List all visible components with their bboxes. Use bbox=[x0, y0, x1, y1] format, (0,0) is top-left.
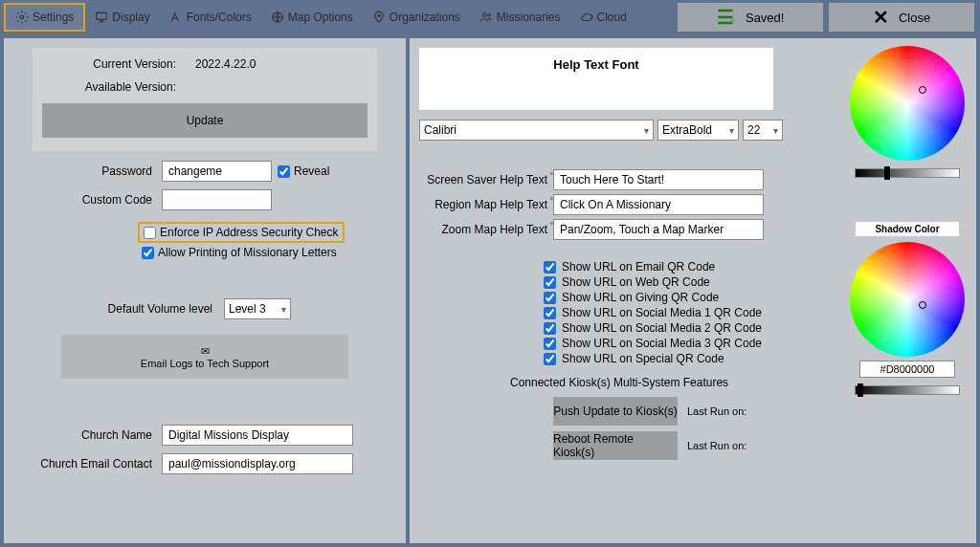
email-logs-button[interactable]: ✉ Email Logs to Tech Support bbox=[61, 335, 348, 379]
qr-sm1-checkbox[interactable] bbox=[544, 307, 556, 319]
church-email-label: Church Email Contact bbox=[13, 457, 162, 470]
volume-select[interactable]: Level 3▾ bbox=[224, 298, 291, 319]
chevron-down-icon: ▾ bbox=[281, 304, 286, 315]
left-panel: Current Version: 2022.4.22.0 Available V… bbox=[4, 38, 406, 543]
qr-sm2-checkbox[interactable] bbox=[544, 322, 556, 335]
password-label: Password bbox=[13, 164, 162, 178]
zoom-map-input[interactable] bbox=[553, 219, 764, 240]
current-version-value: 2022.4.22.0 bbox=[195, 57, 256, 71]
mail-icon: ✉ bbox=[201, 345, 210, 358]
reveal-label: Reveal bbox=[294, 164, 329, 178]
screen-saver-label: Screen Saver Help Text bbox=[419, 173, 553, 186]
allow-print-label: Allow Printing of Missionary Letters bbox=[158, 246, 337, 259]
allow-print-checkbox[interactable] bbox=[142, 247, 154, 259]
pin-icon bbox=[372, 11, 386, 24]
tab-label: Map Options bbox=[288, 11, 353, 24]
people-icon bbox=[479, 11, 493, 24]
tab-row: Settings Display Fonts/Colors Map Option… bbox=[0, 3, 636, 32]
tab-label: Missionaries bbox=[497, 11, 561, 24]
volume-label: Default Volume level bbox=[13, 302, 224, 316]
svg-rect-1 bbox=[97, 12, 107, 19]
tab-settings[interactable]: Settings bbox=[4, 3, 85, 32]
text-brightness-slider[interactable] bbox=[855, 168, 960, 178]
available-version-label: Available Version: bbox=[42, 80, 195, 94]
main-content: Current Version: 2022.4.22.0 Available V… bbox=[0, 34, 980, 547]
tab-display[interactable]: Display bbox=[85, 3, 159, 32]
current-version-label: Current Version: bbox=[42, 57, 195, 71]
tab-map[interactable]: Map Options bbox=[261, 3, 363, 32]
tab-label: Organizations bbox=[390, 11, 460, 24]
reveal-checkbox[interactable] bbox=[278, 165, 290, 178]
top-actions: ☰+ Saved! ✕ Close bbox=[678, 3, 980, 32]
shadow-hex-input[interactable] bbox=[859, 361, 955, 378]
shadow-color-wheel[interactable] bbox=[850, 242, 965, 357]
region-map-label: Region Map Help Text bbox=[419, 198, 553, 211]
tab-label: Display bbox=[112, 11, 149, 24]
display-icon bbox=[95, 11, 108, 24]
save-icon: ☰+ bbox=[717, 6, 736, 29]
push-update-button[interactable]: Push Update to Kiosk(s) bbox=[553, 397, 678, 426]
update-button[interactable]: Update bbox=[42, 103, 368, 138]
chevron-down-icon: ▾ bbox=[729, 125, 734, 136]
text-color-picker bbox=[850, 46, 965, 178]
right-panel: Help Text Font Calibri▾ ExtraBold▾ 22▾ S… bbox=[410, 38, 976, 543]
tab-label: Fonts/Colors bbox=[187, 11, 252, 24]
region-map-input[interactable] bbox=[553, 194, 764, 215]
shadow-color-picker: Shadow Color bbox=[850, 222, 965, 395]
help-font-preview: Help Text Font bbox=[419, 48, 773, 110]
tab-fonts[interactable]: Fonts/Colors bbox=[160, 3, 261, 32]
custom-code-label: Custom Code bbox=[13, 193, 162, 207]
font-family-select[interactable]: Calibri▾ bbox=[419, 120, 654, 141]
version-box: Current Version: 2022.4.22.0 Available V… bbox=[33, 48, 377, 151]
reboot-last-run: Last Run on: bbox=[687, 440, 746, 451]
qr-special-checkbox[interactable] bbox=[544, 353, 556, 365]
push-last-run: Last Run on: bbox=[687, 405, 746, 417]
svg-point-4 bbox=[482, 13, 486, 16]
tab-missionaries[interactable]: Missionaries bbox=[470, 3, 570, 32]
svg-point-0 bbox=[20, 15, 24, 19]
reboot-kiosk-button[interactable]: Reboot Remote Kiosk(s) bbox=[553, 431, 678, 460]
shadow-color-label: Shadow Color bbox=[856, 222, 958, 236]
qr-email-checkbox[interactable] bbox=[544, 261, 556, 274]
cloud-icon bbox=[580, 11, 593, 24]
zoom-map-label: Zoom Map Help Text bbox=[419, 223, 553, 236]
font-size-select[interactable]: 22▾ bbox=[743, 120, 783, 141]
church-name-input[interactable] bbox=[162, 425, 353, 446]
qr-sm3-checkbox[interactable] bbox=[544, 338, 556, 350]
close-button[interactable]: ✕ Close bbox=[829, 3, 974, 32]
screen-saver-input[interactable] bbox=[553, 169, 764, 190]
svg-point-5 bbox=[488, 14, 490, 16]
tab-label: Settings bbox=[33, 11, 74, 24]
gear-icon bbox=[15, 11, 29, 24]
top-bar: Settings Display Fonts/Colors Map Option… bbox=[0, 0, 980, 34]
font-weight-select[interactable]: ExtraBold▾ bbox=[657, 120, 739, 141]
chevron-down-icon: ▾ bbox=[773, 125, 778, 136]
fonts-icon bbox=[169, 11, 183, 24]
enforce-ip-checkbox[interactable] bbox=[144, 227, 156, 239]
close-icon: ✕ bbox=[873, 6, 889, 29]
enforce-ip-label: Enforce IP Address Security Check bbox=[160, 226, 339, 239]
tab-cloud[interactable]: Cloud bbox=[570, 3, 636, 32]
church-name-label: Church Name bbox=[13, 428, 162, 442]
text-color-wheel[interactable] bbox=[850, 46, 965, 161]
church-email-input[interactable] bbox=[162, 453, 353, 474]
help-font-title: Help Text Font bbox=[553, 57, 638, 72]
tab-label: Cloud bbox=[597, 11, 627, 24]
shadow-brightness-slider[interactable] bbox=[855, 385, 960, 395]
custom-code-input[interactable] bbox=[162, 189, 272, 210]
globe-icon bbox=[271, 11, 284, 24]
qr-web-checkbox[interactable] bbox=[544, 276, 556, 289]
qr-giving-checkbox[interactable] bbox=[544, 292, 556, 304]
svg-point-3 bbox=[378, 14, 380, 16]
tab-organizations[interactable]: Organizations bbox=[363, 3, 470, 32]
color-marker[interactable] bbox=[919, 301, 926, 309]
password-input[interactable] bbox=[162, 161, 272, 182]
saved-button[interactable]: ☰+ Saved! bbox=[678, 3, 823, 32]
color-marker[interactable] bbox=[919, 86, 926, 94]
chevron-down-icon: ▾ bbox=[644, 125, 649, 136]
